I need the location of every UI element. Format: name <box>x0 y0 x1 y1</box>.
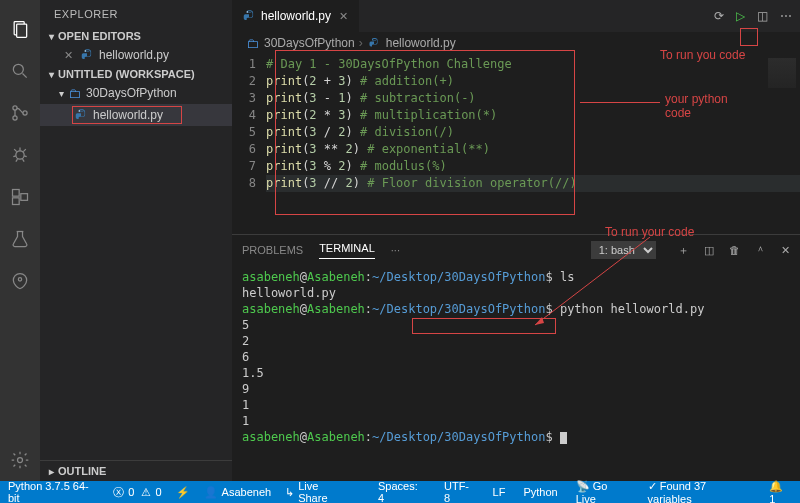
svg-rect-16 <box>13 198 20 205</box>
chevron-right-icon: › <box>359 36 363 50</box>
scm-icon[interactable] <box>8 101 32 125</box>
tab-bar: helloworld.py ✕ ⟳ ▷ ◫ ⋯ <box>232 0 800 32</box>
svg-rect-15 <box>13 190 20 197</box>
python-file-icon <box>80 48 94 62</box>
editor-group: helloworld.py ✕ ⟳ ▷ ◫ ⋯ 🗀 30DaysOfPython… <box>232 0 800 481</box>
debug-icon[interactable] <box>8 143 32 167</box>
status-golive[interactable]: 📡 Go Live <box>576 480 630 504</box>
status-found[interactable]: ✓ Found 37 variables <box>648 480 752 504</box>
chevron-down-icon: ▾ <box>44 69 58 80</box>
code-editor[interactable]: 12345678 # Day 1 - 30DaysOfPython Challe… <box>232 54 800 234</box>
folder-icon: 🗀 <box>68 86 81 101</box>
search-icon[interactable] <box>8 59 32 83</box>
outline-label: OUTLINE <box>58 465 106 477</box>
svg-point-5 <box>13 116 17 120</box>
workspace-header[interactable]: ▾ UNTITLED (WORKSPACE) <box>40 66 232 82</box>
svg-line-3 <box>23 74 27 78</box>
tab-label: helloworld.py <box>261 9 331 23</box>
status-port[interactable]: ⚡ <box>176 486 190 499</box>
reload-icon[interactable]: ⟳ <box>714 9 724 23</box>
code-lines[interactable]: # Day 1 - 30DaysOfPython Challengeprint(… <box>266 56 800 234</box>
more-icon[interactable]: ⋯ <box>780 9 792 23</box>
sidebar: EXPLORER ▾ OPEN EDITORS ✕ helloworld.py … <box>40 0 232 481</box>
python-file-icon <box>367 36 381 50</box>
status-lang[interactable]: Python <box>523 486 557 498</box>
open-editor-item[interactable]: ✕ helloworld.py <box>40 44 232 66</box>
svg-point-22 <box>79 110 80 111</box>
test-icon[interactable] <box>8 227 32 251</box>
svg-point-21 <box>85 50 86 51</box>
outline-header[interactable]: ▸ OUTLINE <box>40 460 232 481</box>
maximize-panel-icon[interactable]: ＾ <box>755 244 766 256</box>
svg-rect-17 <box>21 194 28 201</box>
panel-actions: ＋ ◫ 🗑 ＾ ✕ <box>666 243 790 258</box>
svg-line-11 <box>13 156 16 157</box>
minimap[interactable] <box>768 58 796 88</box>
panel-tab-more[interactable]: ··· <box>391 244 400 256</box>
svg-point-23 <box>247 11 248 12</box>
status-liveshare[interactable]: ↳ Live Share <box>285 480 350 503</box>
split-editor-icon[interactable]: ◫ <box>757 9 768 23</box>
panel-tabs: PROBLEMS TERMINAL ··· 1: bash ＋ ◫ 🗑 ＾ ✕ <box>232 235 800 265</box>
workspace-label: UNTITLED (WORKSPACE) <box>58 68 195 80</box>
svg-point-7 <box>16 151 24 159</box>
new-terminal-icon[interactable]: ＋ <box>678 244 689 256</box>
svg-line-9 <box>14 149 17 152</box>
python-file-icon <box>74 108 88 122</box>
file-name: helloworld.py <box>93 108 163 122</box>
folder-icon: 🗀 <box>246 36 259 51</box>
extensions-icon[interactable] <box>8 185 32 209</box>
status-right: Spaces: 4 UTF-8 LF Python 📡 Go Live ✓ Fo… <box>364 480 792 504</box>
status-bell[interactable]: 🔔 1 <box>769 480 792 504</box>
open-editors-header[interactable]: ▾ OPEN EDITORS <box>40 28 232 44</box>
chevron-right-icon: ▸ <box>44 466 58 477</box>
line-gutter: 12345678 <box>232 56 266 234</box>
svg-point-4 <box>13 106 17 110</box>
svg-point-6 <box>23 111 27 115</box>
status-eol[interactable]: LF <box>493 486 506 498</box>
liveshare-icon[interactable] <box>8 269 32 293</box>
svg-line-12 <box>24 156 26 157</box>
svg-rect-1 <box>17 24 27 37</box>
svg-point-2 <box>13 64 23 74</box>
kill-terminal-icon[interactable]: 🗑 <box>729 244 740 256</box>
status-errors[interactable]: ⓧ 0 ⚠ 0 <box>113 485 161 500</box>
run-icon[interactable]: ▷ <box>736 9 745 23</box>
terminal-panel: PROBLEMS TERMINAL ··· 1: bash ＋ ◫ 🗑 ＾ ✕ … <box>232 234 800 481</box>
breadcrumb-folder: 30DaysOfPython <box>264 36 355 50</box>
close-icon[interactable]: ✕ <box>64 49 74 62</box>
terminal-shell-select[interactable]: 1: bash <box>591 241 656 259</box>
svg-point-19 <box>18 278 21 281</box>
chevron-down-icon: ▾ <box>44 31 58 42</box>
svg-line-14 <box>23 159 25 162</box>
status-encoding[interactable]: UTF-8 <box>444 480 475 503</box>
svg-point-20 <box>18 458 23 463</box>
tree-file[interactable]: helloworld.py <box>40 104 232 126</box>
breadcrumb-file: helloworld.py <box>386 36 456 50</box>
sidebar-title: EXPLORER <box>40 0 232 28</box>
chevron-down-icon: ▾ <box>54 88 68 99</box>
close-icon[interactable]: ✕ <box>339 10 349 23</box>
explorer-icon[interactable] <box>8 17 32 41</box>
terminal-body[interactable]: asabeneh@Asabeneh:~/Desktop/30DaysOfPyth… <box>232 265 800 481</box>
split-terminal-icon[interactable]: ◫ <box>704 244 714 256</box>
svg-line-13 <box>16 159 18 162</box>
tree-folder[interactable]: ▾ 🗀 30DaysOfPython <box>40 82 232 104</box>
settings-gear-icon[interactable] <box>8 448 32 472</box>
status-bar: Python 3.7.5 64-bit ⓧ 0 ⚠ 0 ⚡ 👤 Asabeneh… <box>0 481 800 503</box>
open-editors-label: OPEN EDITORS <box>58 30 141 42</box>
python-file-icon <box>242 9 256 23</box>
open-editor-filename: helloworld.py <box>99 48 169 62</box>
editor-tab[interactable]: helloworld.py ✕ <box>232 0 360 32</box>
status-python[interactable]: Python 3.7.5 64-bit <box>8 480 99 503</box>
folder-name: 30DaysOfPython <box>86 86 177 100</box>
panel-tab-problems[interactable]: PROBLEMS <box>242 244 303 256</box>
status-user[interactable]: 👤 Asabeneh <box>204 486 272 499</box>
activity-bar <box>0 0 40 481</box>
status-spaces[interactable]: Spaces: 4 <box>378 480 426 503</box>
breadcrumb[interactable]: 🗀 30DaysOfPython › helloworld.py <box>232 32 800 54</box>
close-panel-icon[interactable]: ✕ <box>781 244 790 256</box>
svg-line-10 <box>23 149 26 152</box>
panel-tab-terminal[interactable]: TERMINAL <box>319 242 375 259</box>
